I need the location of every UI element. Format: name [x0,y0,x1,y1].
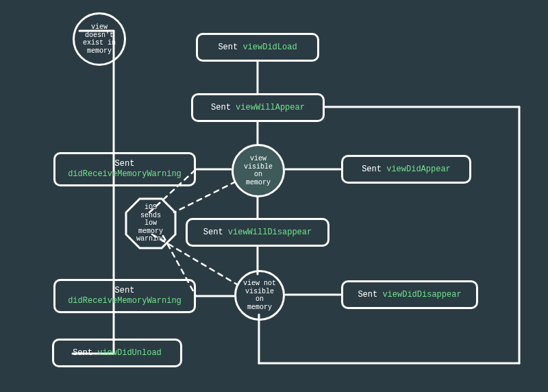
method-name: didReceiveMemoryWarning [68,169,182,179]
call-viewDidDisappear: Sent viewDidDisappear [341,280,478,309]
sent-prefix: Sent [358,290,382,299]
call-viewWillAppear: Sent viewWillAppear [191,93,325,122]
sent-prefix: Sent [362,164,386,174]
method-name: viewDidDisappear [382,290,461,299]
sent-prefix: Sent [73,348,97,358]
event-ios-low-memory-warning: iOS sends low memory warning [125,197,177,249]
method-name: viewDidLoad [242,42,297,52]
method-name: viewDidAppear [386,164,451,174]
state-view-not-visible: view not visible on memory [234,270,285,321]
call-viewDidAppear: Sent viewDidAppear [341,155,471,184]
sent-prefix: Sent [203,228,228,237]
method-name: viewWillAppear [236,103,305,112]
sent-prefix: Sent [211,103,236,112]
method-name: viewDidUnload [97,348,162,358]
sent-prefix: Sent [115,159,135,169]
call-didReceiveMemoryWarning-visible: Sent didReceiveMemoryWarning [53,152,196,186]
sent-prefix: Sent [218,42,242,52]
call-didReceiveMemoryWarning-notvisible: Sent didReceiveMemoryWarning [53,279,196,313]
sent-prefix: Sent [115,286,135,295]
call-viewDidLoad: Sent viewDidLoad [196,33,319,62]
state-view-not-in-memory: view doesn't exist in memory [73,12,126,66]
method-name: viewWillDisappear [228,228,312,237]
call-viewWillDisappear: Sent viewWillDisappear [186,218,329,247]
call-viewDidUnload: Sent viewDidUnload [52,339,182,367]
method-name: didReceiveMemoryWarning [68,296,182,306]
state-view-visible: view visible on memory [232,144,285,197]
ios-warning-label: iOS sends low memory warning [132,204,170,243]
